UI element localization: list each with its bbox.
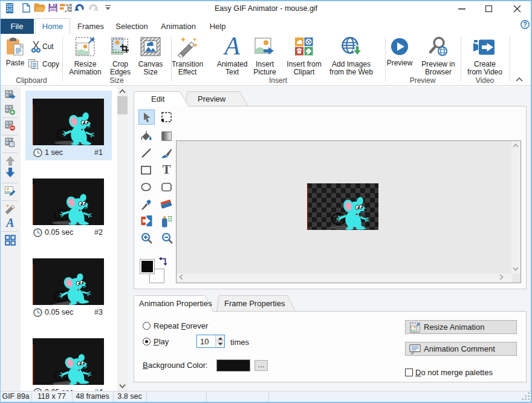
svg-text:?: ? [523, 21, 527, 28]
